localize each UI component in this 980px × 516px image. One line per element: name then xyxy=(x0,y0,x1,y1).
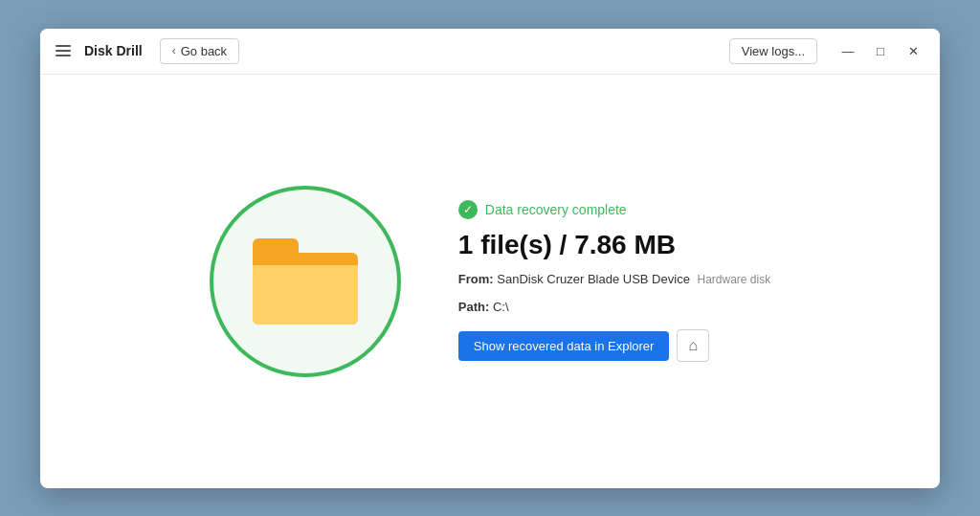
file-count: 1 file(s) / 7.86 MB xyxy=(458,229,770,261)
status-label: Data recovery complete xyxy=(485,202,627,217)
main-window: Disk Drill ‹ Go back View logs... — □ ✕ xyxy=(40,29,940,488)
from-device: SanDisk Cruzer Blade USB Device xyxy=(497,272,690,286)
titlebar-left: Disk Drill ‹ Go back xyxy=(52,38,729,64)
main-content: ✓ Data recovery complete 1 file(s) / 7.8… xyxy=(40,75,940,488)
folder-front xyxy=(253,265,358,325)
folder-circle xyxy=(210,186,401,377)
recovery-status: ✓ Data recovery complete xyxy=(458,200,770,219)
close-button[interactable]: ✕ xyxy=(898,35,928,66)
info-section: ✓ Data recovery complete 1 file(s) / 7.8… xyxy=(458,200,770,362)
path-label: Path: xyxy=(458,300,490,314)
show-explorer-button[interactable]: Show recovered data in Explorer xyxy=(458,331,670,361)
menu-icon[interactable] xyxy=(52,41,75,60)
from-type: Hardware disk xyxy=(697,273,770,286)
go-back-button[interactable]: ‹ Go back xyxy=(160,38,239,64)
content-inner: ✓ Data recovery complete 1 file(s) / 7.8… xyxy=(210,186,770,377)
app-title: Disk Drill xyxy=(84,43,143,58)
path-info: Path: C:\ xyxy=(458,300,770,314)
from-info: From: SanDisk Cruzer Blade USB Device Ha… xyxy=(458,270,770,290)
home-icon: ⌂ xyxy=(689,337,699,354)
from-label: From: xyxy=(458,272,494,286)
titlebar: Disk Drill ‹ Go back View logs... — □ ✕ xyxy=(40,29,940,75)
home-button[interactable]: ⌂ xyxy=(677,329,709,362)
action-row: Show recovered data in Explorer ⌂ xyxy=(458,329,770,362)
path-value: C:\ xyxy=(493,300,509,314)
go-back-label: Go back xyxy=(181,44,227,58)
minimize-button[interactable]: — xyxy=(833,35,863,66)
chevron-left-icon: ‹ xyxy=(172,44,176,57)
folder-icon xyxy=(253,238,358,325)
window-controls: — □ ✕ xyxy=(833,35,928,66)
maximize-button[interactable]: □ xyxy=(865,35,896,66)
check-circle-icon: ✓ xyxy=(458,200,478,219)
view-logs-button[interactable]: View logs... xyxy=(729,38,817,64)
titlebar-right: View logs... — □ ✕ xyxy=(729,35,928,66)
